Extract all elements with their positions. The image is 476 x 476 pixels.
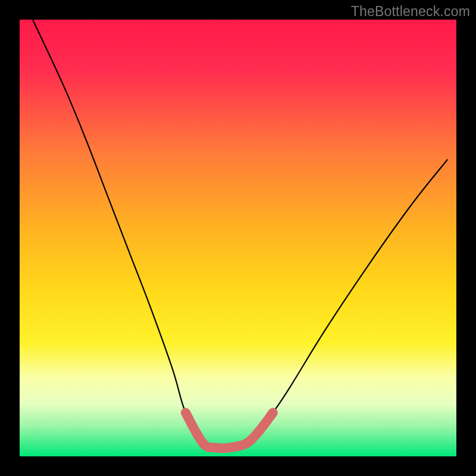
plot-area bbox=[20, 20, 456, 456]
watermark-text: TheBottleneck.com bbox=[351, 4, 470, 20]
bottleneck-chart bbox=[0, 0, 476, 476]
chart-svg bbox=[0, 0, 476, 476]
